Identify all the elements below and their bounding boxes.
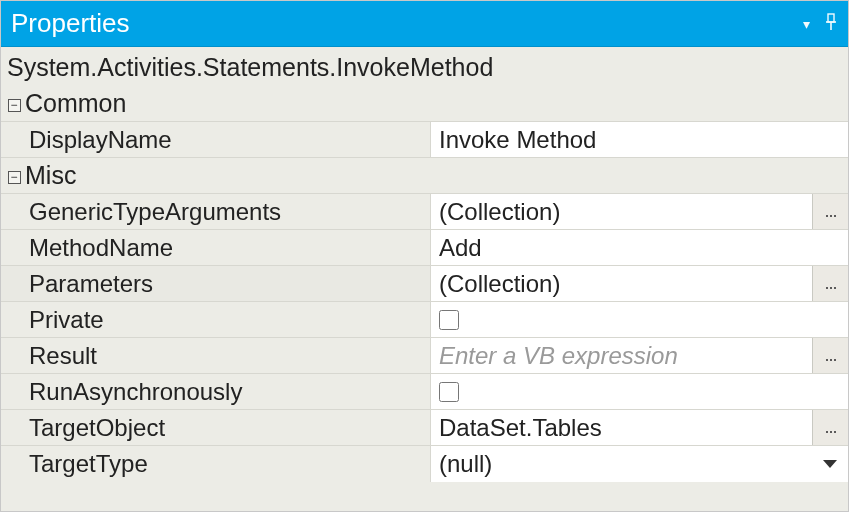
prop-value-cell[interactable]: Invoke Method (431, 122, 848, 157)
targettype-value[interactable]: (null) (431, 446, 812, 482)
titlebar-controls: ▾ (803, 13, 838, 35)
collection-editor-button[interactable]: ... (812, 194, 848, 229)
runasync-checkbox[interactable] (439, 382, 459, 402)
type-dropdown-button[interactable] (812, 446, 848, 482)
prop-value-cell[interactable]: (Collection) ... (431, 266, 848, 301)
expander-icon[interactable]: − (3, 168, 25, 184)
property-grid: − Common DisplayName Invoke Method − Mis… (1, 86, 848, 482)
prop-row-targettype[interactable]: TargetType (null) (1, 446, 848, 482)
prop-label-cell: Private (1, 302, 431, 337)
result-input[interactable]: Enter a VB expression (431, 338, 812, 373)
category-label: Misc (25, 161, 76, 190)
prop-row-targetobject[interactable]: TargetObject DataSet.Tables ... (1, 410, 848, 446)
methodname-value[interactable]: Add (431, 230, 848, 265)
prop-label: RunAsynchronously (29, 378, 242, 406)
prop-value-cell[interactable]: DataSet.Tables ... (431, 410, 848, 445)
expander-icon[interactable]: − (3, 96, 25, 112)
targetobject-value[interactable]: DataSet.Tables (431, 410, 812, 445)
prop-row-displayname[interactable]: DisplayName Invoke Method (1, 122, 848, 158)
prop-label-cell: Parameters (1, 266, 431, 301)
pin-icon[interactable] (824, 13, 838, 35)
properties-panel: Properties ▾ System.Activities.Statement… (0, 0, 849, 512)
displayname-value[interactable]: Invoke Method (431, 122, 848, 157)
private-checkbox[interactable] (439, 310, 459, 330)
prop-label: DisplayName (29, 126, 172, 154)
prop-value-cell[interactable]: (Collection) ... (431, 194, 848, 229)
prop-row-generictypearguments[interactable]: GenericTypeArguments (Collection) ... (1, 194, 848, 230)
category-common[interactable]: − Common (1, 86, 848, 122)
prop-label: MethodName (29, 234, 173, 262)
prop-value-cell[interactable] (431, 374, 848, 409)
expression-editor-button[interactable]: ... (812, 338, 848, 373)
collection-editor-button[interactable]: ... (812, 266, 848, 301)
prop-label: TargetObject (29, 414, 165, 442)
prop-value-cell[interactable]: (null) (431, 446, 848, 482)
prop-value-cell[interactable]: Add (431, 230, 848, 265)
selected-object-type: System.Activities.Statements.InvokeMetho… (1, 47, 848, 86)
chevron-down-icon (823, 460, 837, 468)
properties-titlebar: Properties ▾ (1, 1, 848, 47)
prop-row-private[interactable]: Private (1, 302, 848, 338)
category-label: Common (25, 89, 126, 118)
generictypearguments-value[interactable]: (Collection) (431, 194, 812, 229)
prop-label-cell: TargetObject (1, 410, 431, 445)
prop-row-result[interactable]: Result Enter a VB expression ... (1, 338, 848, 374)
runasync-check-cell[interactable] (431, 374, 848, 409)
category-misc[interactable]: − Misc (1, 158, 848, 194)
prop-label: Result (29, 342, 97, 370)
prop-value-cell[interactable] (431, 302, 848, 337)
prop-label: TargetType (29, 450, 148, 478)
prop-label-cell: GenericTypeArguments (1, 194, 431, 229)
prop-label-cell: RunAsynchronously (1, 374, 431, 409)
prop-row-runasynchronously[interactable]: RunAsynchronously (1, 374, 848, 410)
svg-rect-0 (828, 14, 834, 22)
prop-label-cell: TargetType (1, 446, 431, 482)
prop-label: Private (29, 306, 104, 334)
prop-label: Parameters (29, 270, 153, 298)
prop-label-cell: DisplayName (1, 122, 431, 157)
prop-label-cell: MethodName (1, 230, 431, 265)
parameters-value[interactable]: (Collection) (431, 266, 812, 301)
private-check-cell[interactable] (431, 302, 848, 337)
expression-editor-button[interactable]: ... (812, 410, 848, 445)
prop-label: GenericTypeArguments (29, 198, 281, 226)
panel-title: Properties (11, 8, 803, 39)
window-position-dropdown-icon[interactable]: ▾ (803, 16, 810, 32)
prop-row-methodname[interactable]: MethodName Add (1, 230, 848, 266)
prop-row-parameters[interactable]: Parameters (Collection) ... (1, 266, 848, 302)
prop-value-cell[interactable]: Enter a VB expression ... (431, 338, 848, 373)
prop-label-cell: Result (1, 338, 431, 373)
